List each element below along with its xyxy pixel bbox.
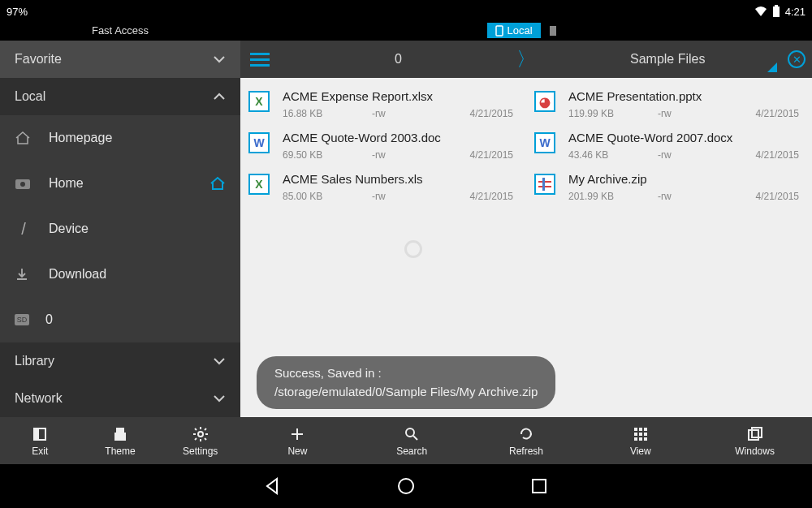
svg-rect-29 — [639, 433, 642, 436]
file-size: 16.88 KB — [283, 108, 372, 119]
file-meta: 69.50 KB-rw4/21/2015 — [283, 149, 518, 161]
chevron-down-icon — [213, 394, 226, 403]
file-item[interactable]: My Archive.zip201.99 KB-rw4/21/2015 — [534, 169, 804, 210]
home-outline-icon — [15, 131, 32, 145]
nav-back-button[interactable] — [263, 476, 283, 496]
file-date: 4/21/2015 — [461, 149, 518, 161]
file-permissions: -rw — [372, 149, 461, 161]
camera-icon — [15, 177, 32, 190]
file-name: ACME Expense Report.xlsx — [283, 89, 518, 103]
file-type-icon: ◕ — [534, 91, 555, 112]
sidebar-section-local[interactable]: Local — [0, 78, 240, 115]
search-button[interactable]: Search — [355, 417, 469, 464]
svg-rect-32 — [639, 437, 642, 441]
file-date: 4/21/2015 — [747, 191, 804, 202]
sidebar-section-library[interactable]: Library — [0, 342, 240, 380]
sidebar: Favorite Local Homepage Home / Device Do… — [0, 41, 240, 417]
file-item[interactable]: WACME Quote-Word 2007.docx43.46 KB-rw4/2… — [534, 127, 804, 169]
nav-recents-button[interactable] — [529, 476, 549, 496]
breadcrumb-separator-icon: 〉 — [516, 46, 536, 72]
sidebar-section-favorite[interactable]: Favorite — [0, 41, 240, 78]
file-type-icon: W — [534, 132, 555, 153]
breadcrumb-current[interactable]: Sample Files — [630, 52, 705, 67]
file-item[interactable]: WACME Quote-Word 2003.doc69.50 KB-rw4/21… — [248, 127, 518, 169]
file-permissions: -rw — [658, 191, 747, 202]
sidebar-item-label: Device — [49, 222, 89, 236]
sidebar-section-network[interactable]: Network — [0, 380, 240, 417]
exit-icon — [32, 424, 48, 444]
sidebar-item-home[interactable]: Home — [0, 161, 240, 206]
file-permissions: -rw — [658, 149, 747, 161]
file-item[interactable]: XACME Expense Report.xlsx16.88 KB-rw4/21… — [248, 86, 518, 127]
android-statusbar: 97% 4:21 — [0, 0, 812, 23]
file-type-icon: W — [248, 132, 270, 153]
svg-rect-33 — [644, 437, 647, 441]
file-meta: 85.00 KB-rw4/21/2015 — [283, 191, 518, 202]
exit-button[interactable]: Exit — [0, 417, 80, 464]
refresh-icon — [518, 424, 534, 444]
svg-line-18 — [205, 438, 206, 440]
bottom-toolbar: Exit Theme Settings New Search Refresh V… — [0, 417, 812, 464]
file-type-icon: X — [248, 174, 270, 195]
tab-local[interactable]: Local — [487, 23, 540, 38]
button-label: Refresh — [509, 446, 543, 457]
file-date: 4/21/2015 — [747, 108, 804, 119]
sidebar-item-label: Homepage — [49, 131, 112, 145]
refresh-button[interactable]: Refresh — [469, 417, 584, 464]
svg-rect-37 — [533, 480, 546, 493]
view-button[interactable]: View — [583, 417, 698, 464]
file-item[interactable]: XACME Sales Numbers.xls85.00 KB-rw4/21/2… — [248, 169, 518, 210]
windows-icon — [747, 424, 763, 444]
svg-rect-28 — [634, 433, 637, 436]
battery-percent-text: 97% — [6, 6, 28, 18]
file-name: ACME Quote-Word 2007.docx — [568, 131, 804, 144]
nav-home-button[interactable] — [396, 476, 416, 496]
menu-icon[interactable] — [250, 53, 270, 67]
file-type-icon: X — [248, 91, 270, 112]
settings-button[interactable]: Settings — [160, 417, 240, 464]
search-icon — [404, 424, 420, 444]
close-tab-button[interactable]: ✕ — [788, 50, 806, 68]
file-size: 43.46 KB — [568, 149, 658, 161]
svg-rect-1 — [775, 5, 778, 6]
breadcrumb-root[interactable]: 0 — [395, 52, 402, 67]
battery-icon — [772, 5, 780, 18]
sidebar-item-device[interactable]: / Device — [0, 206, 240, 252]
file-size: 201.99 KB — [568, 191, 658, 202]
tab-secondary[interactable] — [541, 24, 565, 38]
file-item[interactable]: ◕ACME Presentation.pptx119.99 KB-rw4/21/… — [534, 86, 804, 127]
download-icon — [15, 267, 32, 282]
clock-text: 4:21 — [785, 6, 806, 18]
file-name: ACME Quote-Word 2003.doc — [283, 131, 518, 144]
svg-rect-30 — [644, 433, 647, 436]
svg-point-12 — [198, 432, 203, 437]
sidebar-item-sdcard[interactable]: SD 0 — [0, 297, 240, 342]
file-meta: 16.88 KB-rw4/21/2015 — [283, 108, 518, 119]
button-label: Theme — [105, 446, 135, 457]
windows-button[interactable]: Windows — [698, 417, 812, 464]
svg-rect-3 — [550, 26, 556, 36]
button-label: New — [287, 446, 307, 457]
svg-line-24 — [413, 436, 417, 440]
loading-spinner-icon — [404, 240, 422, 258]
plus-icon — [289, 424, 305, 444]
android-navbar — [0, 464, 812, 508]
theme-button[interactable]: Theme — [80, 417, 161, 464]
svg-rect-2 — [496, 26, 503, 36]
svg-rect-25 — [634, 428, 637, 431]
file-type-icon — [534, 174, 555, 195]
sidebar-item-download[interactable]: Download — [0, 252, 240, 297]
svg-rect-26 — [639, 428, 642, 431]
window-tabs-row: Fast Access Local — [0, 23, 812, 41]
svg-rect-9 — [542, 178, 545, 191]
collapse-icon[interactable] — [767, 62, 778, 73]
sidebar-item-homepage[interactable]: Homepage — [0, 115, 240, 161]
svg-rect-11 — [34, 428, 39, 440]
new-button[interactable]: New — [240, 417, 355, 464]
file-date: 4/21/2015 — [461, 191, 518, 202]
svg-point-5 — [20, 182, 25, 187]
file-name: My Archive.zip — [568, 172, 804, 186]
svg-rect-31 — [634, 437, 637, 441]
theme-icon — [113, 424, 127, 444]
file-size: 119.99 KB — [568, 108, 658, 119]
